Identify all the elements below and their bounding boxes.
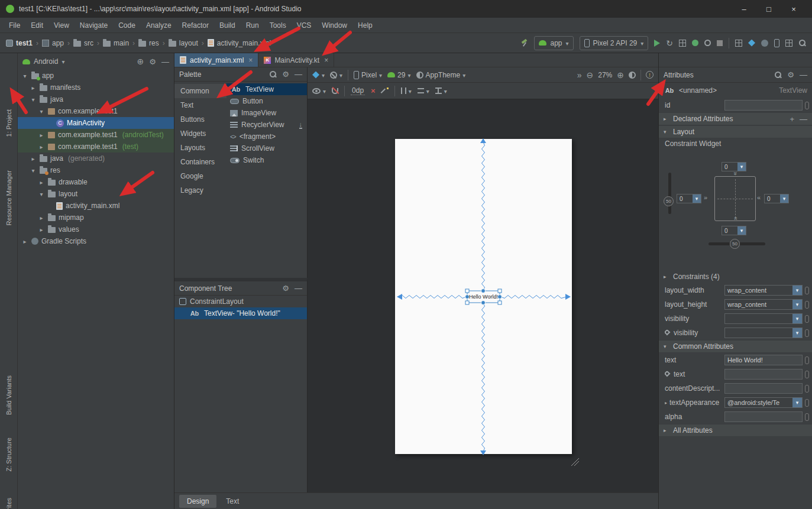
view-options-select[interactable] [312, 87, 326, 95]
constraint-widget-square[interactable] [714, 176, 756, 221]
attribute-dropdown[interactable] [724, 313, 803, 324]
toolwindow-button-resource-manager[interactable]: Resource Manager [0, 170, 17, 226]
align-select[interactable] [418, 87, 429, 95]
palette-component-fragment[interactable]: <><fragment> [227, 131, 307, 142]
bookmark-icon[interactable] [805, 385, 809, 393]
bookmark-icon[interactable] [805, 399, 809, 407]
pack-select[interactable] [435, 87, 447, 95]
component-tree-item-constraintlayout[interactable]: ConstraintLayout [174, 296, 307, 307]
common-attributes-section[interactable]: ▾ Common Attributes [659, 340, 812, 353]
menu-vcs[interactable]: VCS [292, 20, 317, 31]
menu-tools[interactable]: Tools [264, 20, 292, 31]
bookmark-icon[interactable] [805, 301, 809, 309]
toolwindow-button-z-structure[interactable]: Z: Structure [0, 437, 17, 471]
hide-panel-icon[interactable]: — [800, 71, 807, 79]
editor-tab-mainactivity-kt[interactable]: KMainActivity.kt× [258, 53, 334, 67]
chevron-down-icon[interactable] [792, 398, 802, 407]
breadcrumb-app[interactable]: app [42, 39, 64, 47]
close-tab-icon[interactable]: × [248, 56, 253, 64]
attribute-dropdown[interactable] [724, 328, 803, 338]
bookmark-icon[interactable] [805, 329, 809, 337]
vertical-bias-badge[interactable]: 50 [664, 196, 674, 206]
run-config-select[interactable]: app [534, 36, 573, 50]
declared-attributes-section[interactable]: ▸ Declared Attributes + — [659, 112, 812, 125]
menu-analyze[interactable]: Analyze [141, 20, 177, 31]
attribute-input[interactable] [724, 383, 803, 394]
margin-right-dropdown[interactable]: 0 [764, 194, 789, 203]
expand-arrow-icon[interactable]: ▾ [21, 73, 28, 79]
hide-panel-icon[interactable]: — [161, 58, 169, 66]
add-attribute-icon[interactable]: + [790, 115, 794, 123]
menu-help[interactable]: Help [352, 20, 378, 31]
gear-icon[interactable]: ⚙ [149, 58, 156, 66]
gear-icon[interactable]: ⚙ [282, 70, 289, 78]
infer-constraints-icon[interactable] [381, 87, 389, 95]
chevron-down-icon[interactable] [737, 226, 746, 235]
gear-icon[interactable]: ⚙ [787, 71, 794, 79]
editor-tab-activity-main-xml[interactable]: activity_main.xml× [174, 53, 258, 67]
bookmark-icon[interactable] [805, 356, 809, 364]
tree-item-activity-main-xml[interactable]: activity_main.xml [18, 200, 174, 212]
tree-item-mainactivity[interactable]: CMainActivity [18, 117, 174, 129]
tree-item-com-example-test1-test[interactable]: ▸com.example.test1(test) [18, 141, 174, 153]
vertical-bias-track[interactable] [668, 173, 671, 214]
margin-left-dropdown[interactable]: 0 [677, 194, 701, 203]
tree-item-java-generated[interactable]: ▸java(generated) [18, 153, 174, 164]
bottom-tab-text[interactable]: Text [218, 495, 247, 508]
palette-category-layouts[interactable]: Layouts [174, 141, 227, 155]
apply-changes-icon[interactable]: ↻ [666, 38, 673, 48]
clear-constraints-icon[interactable]: × [371, 86, 376, 95]
debug-button[interactable] [692, 40, 698, 46]
maximize-button[interactable]: □ [756, 0, 781, 18]
expand-arrow-icon[interactable]: ▾ [38, 191, 45, 197]
expand-arrow-icon[interactable]: ▸ [38, 132, 45, 138]
chevron-down-icon[interactable] [792, 314, 802, 323]
breadcrumb-layout[interactable]: layout [169, 39, 198, 47]
device-file-explorer-icon[interactable] [735, 40, 742, 47]
tree-item-java[interactable]: ▾java [18, 93, 174, 105]
tree-item-layout[interactable]: ▾layout [18, 188, 174, 200]
expand-arrow-icon[interactable]: ▸ [665, 400, 667, 406]
toolwindow-button-2-favorites[interactable]: 2: Favorites [0, 498, 17, 509]
expand-arrow-icon[interactable]: ▾ [30, 167, 37, 174]
palette-component-switch[interactable]: Switch [227, 154, 307, 166]
margin-bottom-dropdown[interactable]: 0 [722, 226, 746, 235]
menu-file[interactable]: File [4, 20, 25, 31]
attribute-input[interactable] [724, 411, 803, 422]
gear-icon[interactable]: ⚙ [282, 284, 289, 292]
horizontal-bias-badge[interactable]: 50 [730, 239, 740, 249]
palette-category-common[interactable]: Common [174, 84, 227, 98]
breadcrumb-main[interactable]: main [103, 39, 129, 47]
toolwindow-button-build-variants[interactable]: Build Variants [0, 375, 17, 415]
tree-item-res[interactable]: ▾res [18, 164, 174, 176]
default-margin-button[interactable]: 0dp [351, 86, 365, 95]
palette-category-legacy[interactable]: Legacy [174, 183, 227, 197]
stop-button[interactable] [717, 40, 723, 46]
sdk-manager-icon[interactable] [785, 40, 792, 47]
run-button[interactable] [654, 40, 660, 47]
chevron-down-icon[interactable] [792, 286, 802, 295]
zoom-to-fit-icon[interactable] [629, 72, 636, 79]
expand-arrow-icon[interactable]: ▾ [38, 108, 45, 115]
palette-component-imageview[interactable]: ImageView [227, 107, 307, 119]
tree-item-manifests[interactable]: ▸manifests [18, 82, 174, 93]
menu-window[interactable]: Window [316, 20, 352, 31]
build-hammer-icon[interactable] [520, 39, 528, 47]
palette-category-google[interactable]: Google [174, 169, 227, 183]
theme-picker[interactable]: AppTheme [416, 71, 466, 79]
minimize-button[interactable]: – [732, 0, 756, 18]
attribute-dropdown[interactable]: @android:style/Te [724, 397, 803, 408]
chevron-down-icon[interactable] [693, 194, 701, 203]
expand-arrow-icon[interactable]: ▸ [30, 85, 37, 91]
attribute-dropdown[interactable]: wrap_content [724, 299, 803, 310]
tree-item-values[interactable]: ▸values [18, 223, 174, 235]
chevron-down-icon[interactable] [780, 194, 788, 203]
bookmark-icon[interactable] [805, 371, 809, 378]
menu-run[interactable]: Run [241, 20, 264, 31]
tree-item-com-example-test1[interactable]: ▾com.example.test1 [18, 105, 174, 117]
breadcrumb-src[interactable]: src [73, 39, 93, 47]
menu-refactor[interactable]: Refactor [177, 20, 214, 31]
menu-navigate[interactable]: Navigate [75, 20, 113, 31]
design-canvas[interactable]: Hello World! [308, 99, 658, 492]
palette-component-scrollview[interactable]: ScrollView [227, 142, 307, 154]
